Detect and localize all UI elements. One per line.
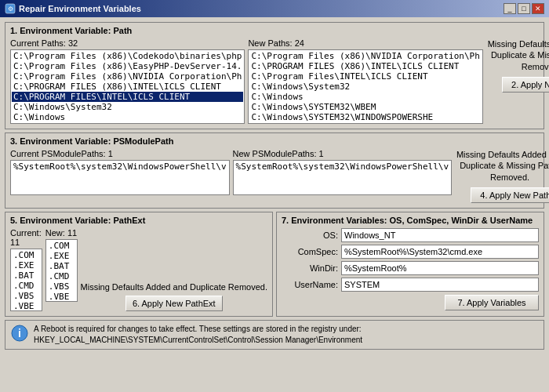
maximize-button[interactable]: □ [518,3,530,14]
info-text: A Reboot is required for changes to take… [34,324,362,346]
env-var-input[interactable] [341,245,539,259]
env-var-label: WinDir: [282,263,338,273]
list-item[interactable]: C:\Windows\System32 [12,102,243,112]
new-paths-label: New Paths: 24 [248,38,482,48]
list-item[interactable]: C:\Windows [249,92,481,102]
current-paths-col: Current Paths: 32 C:\Program Files (x86)… [10,38,245,124]
svg-text:i: i [18,327,21,339]
env-var-row: UserName: [282,278,539,292]
new-pathext-label: New: 11 [45,228,78,238]
env-var-label: ComSpec: [282,247,338,256]
section5-action-text: Missing Defaults Added and Duplicate Rem… [81,281,267,292]
new-psmodule-list[interactable]: %SystemRoot%\system32\WindowsPowerShell\… [233,160,453,195]
list-item[interactable]: .BAT [12,270,41,281]
env-var-input[interactable] [341,261,539,275]
info-line1: A Reboot is required for changes to take… [34,325,362,333]
window-controls: _ □ ✕ [504,3,544,14]
info-bar: i A Reboot is required for changes to ta… [5,320,544,350]
current-psmodule-label: Current PSModulePaths: 1 [10,149,230,158]
new-paths-list[interactable]: C:\Program Files (x86)\NVIDIA Corporatio… [248,49,482,124]
list-item[interactable]: .EXE [47,251,76,261]
section3-body: Current PSModulePaths: 1 %SystemRoot%\sy… [10,149,539,203]
list-item[interactable]: .CMD [47,271,76,281]
section7-btn-row: 7. Apply Variables [282,295,539,310]
section-path: 1. Environment Variable: Path Current Pa… [5,22,544,129]
section-pathext: 5. Environment Variable: PathExt Current… [5,212,273,317]
section1-action-text: Missing Defaults Added and Duplicate & M… [486,38,549,72]
close-button[interactable]: ✕ [532,3,544,14]
list-item[interactable]: C:\Windows\System32 [249,82,481,92]
list-item[interactable]: C:\PROGRAM FILES (X86)\INTEL\ICLS CLIENT [12,82,243,92]
apply-variables-btn[interactable]: 7. Apply Variables [445,295,539,310]
apply-new-paths-btn-3[interactable]: 4. Apply New Paths [471,187,549,203]
section-pathext-title: 5. Environment Variable: PathExt [10,216,267,225]
apply-new-pathext-btn[interactable]: 6. Apply New PathExt [125,296,223,311]
new-pathext-list[interactable]: .COM.EXE.BAT.CMD.VBS.VBE.JS.JSE [45,239,78,302]
list-item[interactable]: C:\Program Files (x86)\Codekodo\binaries… [12,51,243,61]
list-item[interactable]: C:\PROGRAM FILES (X86)\WINDOWS LIVE\SH [249,122,481,124]
list-item[interactable]: %SystemRoot%\system32\WindowsPowerShell\… [12,162,228,172]
list-item[interactable]: C:\Program Files (x86)\NVIDIA Corporatio… [12,71,243,82]
list-item[interactable]: .VBE [12,301,41,311]
section3-actions: Missing Defaults Added and Duplicate & M… [455,149,549,203]
list-item[interactable]: .COM [47,241,76,251]
current-pathext-label: Current: 11 [10,228,42,247]
current-paths-label: Current Paths: 32 [10,38,245,48]
list-item[interactable]: C:\PROGRAM FILES (X86)\INTEL\ICLS CLIENT [249,61,481,71]
app-icon: ⚙ [5,3,16,14]
list-item[interactable]: C:\Program Files\INTEL\ICLS CLIENT [249,71,481,82]
list-item[interactable]: .CMD [12,281,41,291]
list-item[interactable]: .VBS [47,281,76,292]
title-bar-left: ⚙ Repair Environment Variables [5,3,141,14]
list-item[interactable]: .EXE [12,260,41,270]
section-path-title: 1. Environment Variable: Path [10,26,539,35]
env-var-rows: OS:ComSpec:WinDir:UserName: [282,228,539,292]
new-pathext-col: New: 11 .COM.EXE.BAT.CMD.VBS.VBE.JS.JSE [45,228,78,311]
list-item[interactable]: %SystemRoot%\system32\WindowsPowerShell\… [235,162,451,172]
env-var-input[interactable] [341,228,539,242]
current-paths-list[interactable]: C:\Program Files (x86)\Codekodo\binaries… [10,49,245,124]
section-envvars: 7. Environment Variables: OS, ComSpec, W… [276,212,544,317]
minimize-button[interactable]: _ [504,3,516,14]
list-item[interactable]: C:\Windows\SYSTEM32\WBEM [12,122,243,124]
new-psmodule-label: New PSModulePaths: 1 [233,149,453,158]
new-paths-col: New Paths: 24 C:\Program Files (x86)\NVI… [248,38,482,124]
pathext-body: Current: 11 .COM.EXE.BAT.CMD.VBS.VBE.JS.… [10,228,267,311]
list-item[interactable]: C:\PROGRAM FILES\INTEL\ICLS CLIENT [12,92,243,102]
env-var-row: OS: [282,228,539,242]
list-item[interactable]: C:\Windows\SYSTEM32\WBEM [249,102,481,112]
env-var-label: OS: [282,230,338,240]
main-content: 1. Environment Variable: Path Current Pa… [0,17,549,392]
apply-new-paths-btn-1[interactable]: 2. Apply New Paths [502,77,549,93]
current-pathext-col: Current: 11 .COM.EXE.BAT.CMD.VBS.VBE.JS.… [10,228,42,311]
new-psmodule-col: New PSModulePaths: 1 %SystemRoot%\system… [233,149,453,203]
section-envvars-title: 7. Environment Variables: OS, ComSpec, W… [282,216,539,225]
current-pathext-list[interactable]: .COM.EXE.BAT.CMD.VBS.VBE.JS.JSE [10,249,42,311]
middle-row: 5. Environment Variable: PathExt Current… [5,212,544,317]
list-item[interactable]: .BAT [47,261,76,271]
section5-actions: Missing Defaults Added and Duplicate Rem… [81,228,267,311]
list-item[interactable]: C:\Program Files (x86)\NVIDIA Corporatio… [249,51,481,61]
section-psmodule-title: 3. Environment Variable: PSModulePath [10,136,539,146]
section1-actions: Missing Defaults Added and Duplicate & M… [486,38,549,124]
section1-body: Current Paths: 32 C:\Program Files (x86)… [10,38,539,124]
info-line2: HKEY_LOCAL_MACHINE\SYSTEM\CurrentControl… [34,336,362,344]
svg-text:⚙: ⚙ [8,5,13,13]
section-psmodule: 3. Environment Variable: PSModulePath Cu… [5,132,544,209]
section3-action-text: Missing Defaults Added and Duplicate & M… [455,149,549,183]
env-var-row: WinDir: [282,261,539,275]
list-item[interactable]: C:\Windows\SYSTEM32\WINDOWSPOWERSHE [249,112,481,122]
info-icon: i [10,324,29,343]
list-item[interactable]: C:\Windows [12,112,243,122]
current-psmodule-col: Current PSModulePaths: 1 %SystemRoot%\sy… [10,149,230,203]
list-item[interactable]: .VBE [47,292,76,302]
current-psmodule-list[interactable]: %SystemRoot%\system32\WindowsPowerShell\… [10,160,230,195]
list-item[interactable]: C:\Program Files (x86)\EasyPHP-DevServer… [12,61,243,71]
list-item[interactable]: .COM [12,250,41,260]
list-item[interactable]: .VBS [12,291,41,301]
title-bar: ⚙ Repair Environment Variables _ □ ✕ [0,0,549,17]
env-var-input[interactable] [341,278,539,292]
window-title: Repair Environment Variables [19,4,141,13]
env-var-row: ComSpec: [282,245,539,259]
env-var-label: UserName: [282,280,338,289]
